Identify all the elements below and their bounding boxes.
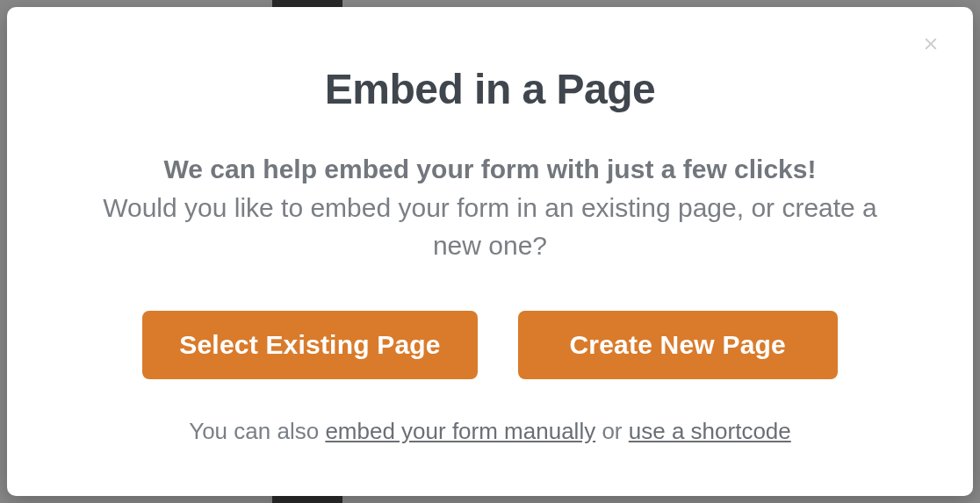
close-button[interactable] [919, 32, 943, 56]
modal-title: Embed in a Page [325, 65, 656, 113]
modal-subtitle: Would you like to embed your form in an … [86, 189, 894, 265]
select-existing-page-button[interactable]: Select Existing Page [142, 311, 477, 379]
embed-manually-link[interactable]: embed your form manually [325, 418, 595, 444]
modal-subtitle-strong: We can help embed your form with just a … [164, 150, 817, 189]
close-icon [921, 34, 940, 54]
embed-modal: Embed in a Page We can help embed your f… [7, 7, 973, 496]
use-shortcode-link[interactable]: use a shortcode [629, 418, 791, 444]
footer-prefix: You can also [189, 418, 325, 444]
footer-text: You can also embed your form manually or… [189, 418, 791, 445]
footer-middle: or [595, 418, 629, 444]
create-new-page-button[interactable]: Create New Page [518, 311, 838, 379]
button-row: Select Existing Page Create New Page [142, 311, 837, 379]
